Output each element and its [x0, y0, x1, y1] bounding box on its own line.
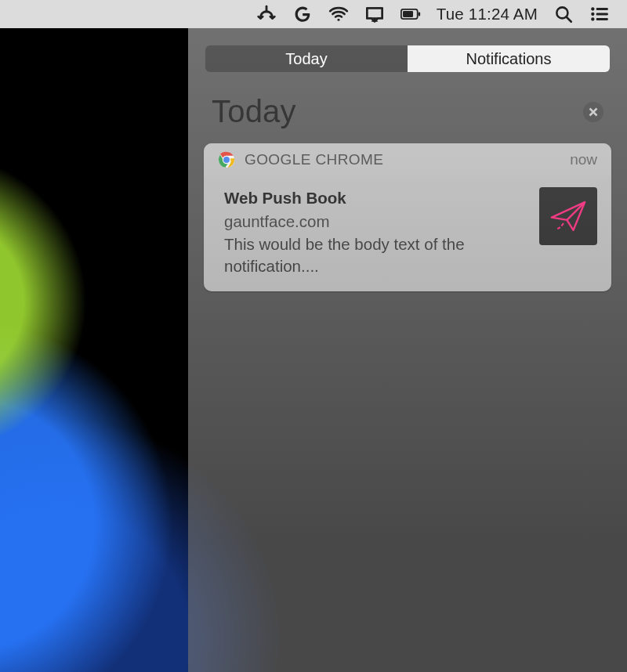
svg-rect-9 — [596, 13, 608, 15]
google-status-icon[interactable] — [285, 0, 321, 28]
wifi-icon[interactable] — [321, 0, 357, 28]
svg-rect-7 — [596, 8, 608, 10]
close-icon — [589, 107, 598, 117]
notification-image — [539, 187, 597, 245]
paper-plane-icon — [548, 196, 589, 237]
notification-center-panel: Today Notifications Today G — [188, 28, 627, 672]
notification-center-icon[interactable] — [582, 0, 618, 28]
menubar: Tue 11:24 AM — [0, 0, 627, 28]
clear-section-button[interactable] — [583, 102, 603, 122]
svg-point-16 — [223, 157, 230, 163]
svg-rect-11 — [596, 18, 608, 20]
notification-time: now — [570, 151, 597, 168]
battery-icon[interactable] — [393, 0, 429, 28]
menubar-clock[interactable]: Tue 11:24 AM — [429, 0, 545, 28]
notification-site: gauntface.com — [224, 211, 527, 233]
app-switcher-icon[interactable] — [248, 0, 285, 28]
spotlight-icon[interactable] — [545, 0, 582, 28]
svg-rect-3 — [418, 12, 420, 16]
notification-header: GOOGLE CHROME now — [204, 143, 611, 176]
airplay-icon[interactable] — [357, 0, 393, 28]
tab-notifications[interactable]: Notifications — [408, 45, 610, 72]
chrome-icon — [218, 151, 235, 168]
tab-today[interactable]: Today — [205, 45, 408, 72]
svg-rect-2 — [403, 11, 413, 17]
notification-title: Web Push Book — [224, 187, 527, 209]
svg-point-8 — [591, 13, 594, 16]
svg-point-10 — [591, 17, 594, 20]
svg-point-6 — [591, 7, 594, 10]
section-heading-today: Today — [212, 94, 296, 129]
notification-body: Web Push Book gauntface.com This would b… — [204, 176, 611, 291]
nc-segmented-control: Today Notifications — [205, 45, 610, 72]
notification-message: This would be the body text of the notif… — [224, 233, 527, 276]
notification-app-name: GOOGLE CHROME — [245, 151, 570, 168]
notification-card[interactable]: GOOGLE CHROME now Web Push Book gauntfac… — [204, 143, 611, 291]
svg-line-5 — [567, 17, 571, 22]
svg-point-0 — [337, 19, 339, 21]
